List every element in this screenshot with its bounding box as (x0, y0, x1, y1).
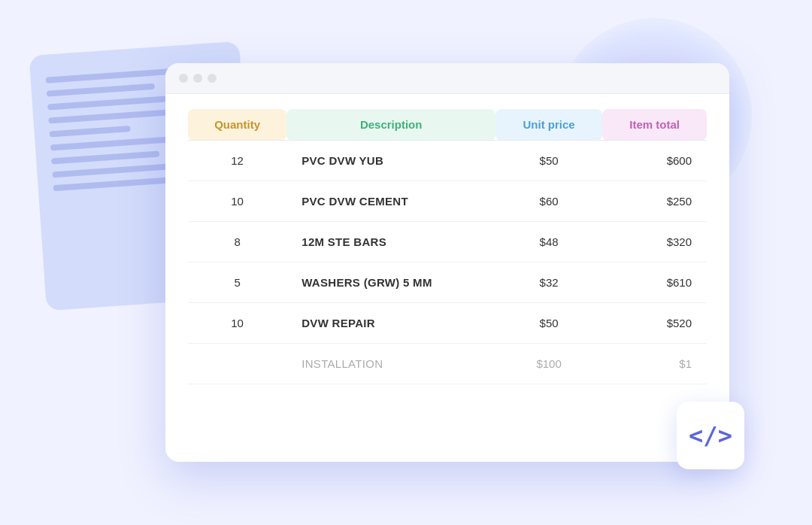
cell-item-total-0: $600 (602, 141, 707, 181)
cell-item-total-4: $520 (602, 303, 707, 344)
cell-quantity-2: 8 (188, 222, 286, 262)
cell-description-1: PVC DVW CEMENT (286, 181, 495, 222)
traffic-light-minimize[interactable] (193, 74, 202, 83)
browser-titlebar (165, 63, 729, 94)
table-row: 8 12M STE BARS $48 $320 (188, 222, 707, 262)
cell-unit-price-4: $50 (495, 303, 602, 344)
table-row: INSTALLATION $100 $1 (188, 344, 707, 384)
traffic-light-close[interactable] (179, 74, 188, 83)
cell-unit-price-3: $32 (495, 262, 602, 303)
cell-description-5: INSTALLATION (286, 344, 495, 384)
col-header-quantity: Quantity (188, 109, 286, 141)
code-badge: </> (677, 402, 744, 469)
bg-line (47, 95, 183, 111)
table-row: 10 PVC DVW CEMENT $60 $250 (188, 181, 707, 222)
cell-description-0: PVC DVW YUB (286, 141, 495, 181)
col-header-description: Description (286, 109, 495, 141)
cell-quantity-3: 5 (188, 262, 286, 303)
browser-window: Quantity Description Unit price Item tot… (165, 63, 729, 462)
cell-description-4: DVW REPAIR (286, 303, 495, 344)
cell-unit-price-5: $100 (495, 344, 602, 384)
cell-item-total-5: $1 (602, 344, 707, 384)
cell-item-total-3: $610 (602, 262, 707, 303)
table-row: 5 WASHERS (GRW) 5 MM $32 $610 (188, 262, 707, 303)
cell-unit-price-0: $50 (495, 141, 602, 181)
bg-line (51, 150, 159, 164)
table-row: 12 PVC DVW YUB $50 $600 (188, 141, 707, 181)
cell-quantity-1: 10 (188, 181, 286, 222)
invoice-table: Quantity Description Unit price Item tot… (188, 109, 707, 384)
browser-content: Quantity Description Unit price Item tot… (165, 94, 729, 399)
cell-quantity-5 (188, 344, 286, 384)
code-icon: </> (689, 423, 732, 448)
cell-unit-price-1: $60 (495, 181, 602, 222)
scene: Quantity Description Unit price Item tot… (83, 41, 729, 484)
cell-quantity-4: 10 (188, 303, 286, 344)
cell-unit-price-2: $48 (495, 222, 602, 262)
traffic-light-maximize[interactable] (208, 74, 217, 83)
cell-quantity-0: 12 (188, 141, 286, 181)
col-header-item-total: Item total (602, 109, 707, 141)
col-header-unit-price: Unit price (495, 109, 602, 141)
cell-item-total-2: $320 (602, 222, 707, 262)
bg-line (47, 83, 155, 97)
table-row: 10 DVW REPAIR $50 $520 (188, 303, 707, 344)
cell-description-3: WASHERS (GRW) 5 MM (286, 262, 495, 303)
cell-description-2: 12M STE BARS (286, 222, 495, 262)
bg-line (50, 126, 131, 138)
cell-item-total-1: $250 (602, 181, 707, 222)
